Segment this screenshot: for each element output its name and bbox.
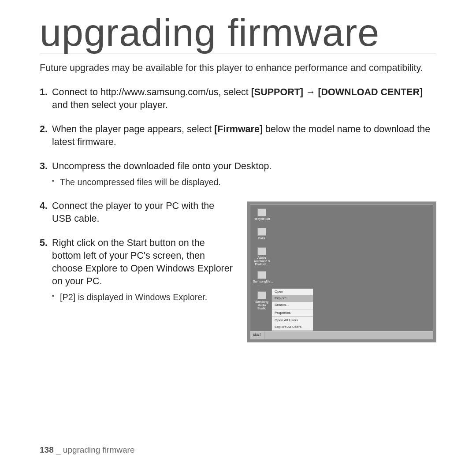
page-footer: 138 _ upgrading firmware	[40, 445, 134, 455]
page-number: 138	[40, 445, 54, 454]
desktop-icon: Adobe Acrobat 6.0 Professi...	[253, 247, 271, 266]
arrow-icon: →	[303, 87, 318, 97]
step-5-text: Right click on the Start button on the b…	[52, 238, 233, 286]
steps-list: Connect to http://www.samsung.com/us, se…	[40, 86, 436, 342]
footer-label: upgrading firmware	[63, 445, 135, 454]
step-4-text: Connect the player to your PC with the U…	[52, 201, 214, 224]
step-2: When the player page appears, select [Fi…	[40, 123, 436, 149]
step-1-pre: Connect to http://www.samsung.com/us, se…	[52, 87, 251, 97]
menu-open: Open	[272, 289, 313, 295]
menu-explore: Explore	[272, 295, 313, 302]
desktop-icon: Samsung Media Studio	[253, 291, 271, 310]
desktop-icon: Recycle Bin	[253, 208, 271, 221]
desktop-screenshot: Recycle Bin Paint Adobe Acrobat 6.0 Prof…	[247, 201, 436, 342]
step-3: Uncompress the downloaded file onto your…	[40, 160, 436, 188]
page-title: upgrading firmware	[40, 13, 436, 53]
step-1-post: and then select your player.	[52, 100, 168, 110]
menu-explore-all: Explore All Users	[272, 324, 313, 331]
step-1-bold-download: [DOWNLOAD CENTER]	[318, 87, 423, 97]
step-2-bold-firmware: [Firmware]	[214, 124, 263, 134]
menu-search: Search...	[272, 302, 313, 309]
step-1-bold-support: [SUPPORT]	[251, 87, 303, 97]
menu-properties: Properties	[272, 310, 313, 316]
step-4-5-row: 4. Connect the player to your PC with th…	[40, 200, 436, 342]
step-3-text: Uncompress the downloaded file onto your…	[52, 161, 271, 171]
desktop-icon: SamsungMe...	[253, 271, 271, 283]
step-2-pre: When the player page appears, select	[52, 124, 214, 134]
start-button: start	[250, 331, 265, 339]
step-1: Connect to http://www.samsung.com/us, se…	[40, 86, 436, 112]
intro-text: Future upgrades may be available for thi…	[40, 61, 436, 74]
desktop-icon: Paint	[253, 228, 271, 240]
taskbar: start	[250, 331, 433, 339]
start-context-menu: Open Explore Search... Properties Open A…	[271, 288, 313, 331]
menu-open-all: Open All Users	[272, 317, 313, 324]
footer-sep: _	[54, 445, 63, 454]
step-3-bullet: The uncompressed files will be displayed…	[52, 176, 436, 188]
step-5-bullet: [P2] is displayed in Windows Explorer.	[52, 291, 236, 303]
